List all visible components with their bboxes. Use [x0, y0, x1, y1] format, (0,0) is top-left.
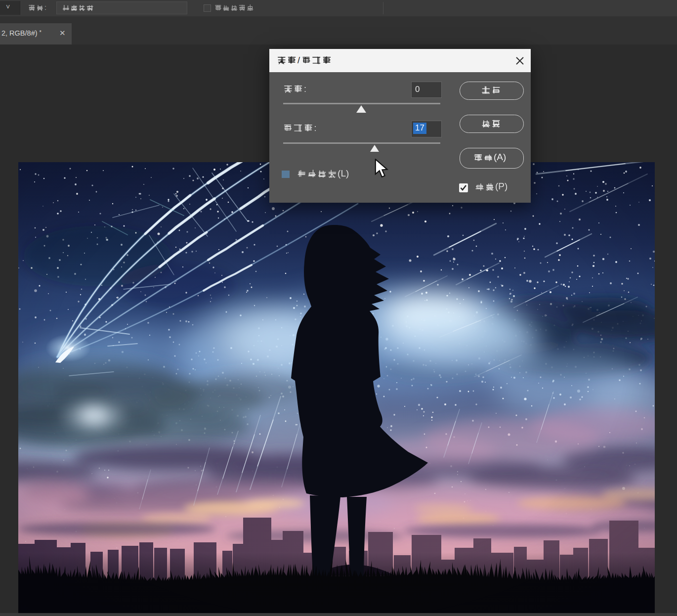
svg-text:(P): (P) [495, 182, 508, 191]
svg-text::: : [44, 4, 46, 11]
svg-text:(A): (A) [494, 153, 506, 162]
svg-text:/: / [297, 55, 300, 65]
svg-text::: : [314, 123, 317, 133]
svg-text::: : [304, 84, 306, 94]
svg-text:(L): (L) [338, 169, 349, 178]
